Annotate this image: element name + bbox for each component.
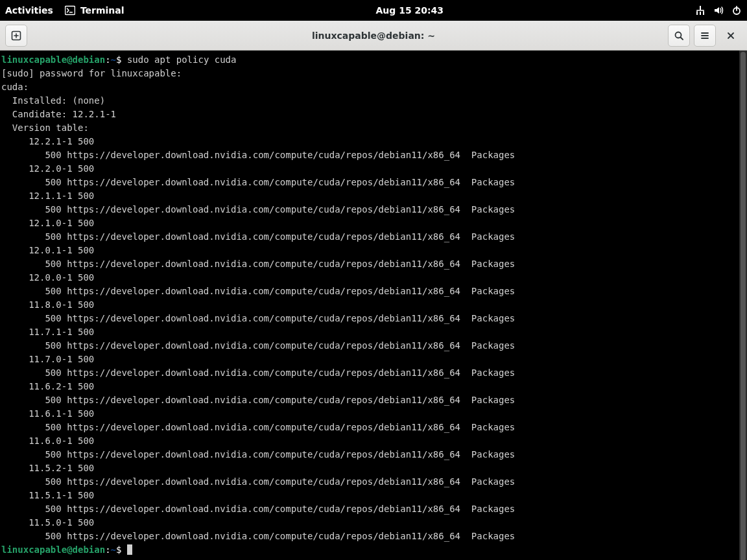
output-line: 12.1.0-1 500 xyxy=(1,216,746,230)
gnome-top-panel: Activities Terminal Aug 15 20:43 xyxy=(0,0,747,21)
scrollbar-thumb[interactable] xyxy=(741,52,746,560)
active-app-name: Terminal xyxy=(80,5,124,16)
terminal-scrollbar[interactable] xyxy=(739,51,747,560)
power-icon xyxy=(731,5,742,16)
output-line: 500 https://developer.download.nvidia.co… xyxy=(1,502,746,516)
svg-rect-5 xyxy=(703,12,704,15)
terminal-icon xyxy=(65,5,75,16)
window-title: linuxcapable@debian: ~ xyxy=(0,30,747,41)
output-line: 500 https://developer.download.nvidia.co… xyxy=(1,475,746,489)
cursor xyxy=(127,544,132,555)
network-icon xyxy=(695,5,706,16)
window-headerbar: linuxcapable@debian: ~ xyxy=(0,21,747,51)
output-line: 500 https://developer.download.nvidia.co… xyxy=(1,312,746,325)
output-line: 500 https://developer.download.nvidia.co… xyxy=(1,257,746,271)
output-line: 12.0.1-1 500 xyxy=(1,244,746,257)
output-line: 11.5.1-1 500 xyxy=(1,489,746,502)
panel-clock[interactable]: Aug 15 20:43 xyxy=(124,5,695,16)
output-line: 500 https://developer.download.nvidia.co… xyxy=(1,421,746,434)
svg-line-14 xyxy=(681,37,683,40)
volume-icon xyxy=(713,5,724,16)
svg-rect-4 xyxy=(696,12,698,15)
output-line: cuda: xyxy=(1,80,746,94)
output-line: 500 https://developer.download.nvidia.co… xyxy=(1,393,746,407)
output-line: 11.5.0-1 500 xyxy=(1,516,746,530)
output-line: 12.1.1-1 500 xyxy=(1,189,746,203)
svg-rect-0 xyxy=(65,6,75,15)
output-line: 11.8.0-1 500 xyxy=(1,298,746,312)
output-line: 11.5.2-1 500 xyxy=(1,461,746,475)
search-button[interactable] xyxy=(668,25,690,47)
output-line: 500 https://developer.download.nvidia.co… xyxy=(1,176,746,189)
svg-rect-6 xyxy=(700,12,701,15)
svg-rect-2 xyxy=(700,6,701,9)
hamburger-menu-button[interactable] xyxy=(694,25,716,47)
output-line: 500 https://developer.download.nvidia.co… xyxy=(1,230,746,244)
prompt-line: linuxcapable@debian:~$ xyxy=(1,543,746,557)
output-line: 11.7.1-1 500 xyxy=(1,325,746,339)
activities-button[interactable]: Activities xyxy=(5,5,53,16)
output-line: 500 https://developer.download.nvidia.co… xyxy=(1,339,746,353)
output-line: 11.6.1-1 500 xyxy=(1,407,746,421)
output-line: 500 https://developer.download.nvidia.co… xyxy=(1,203,746,216)
output-line: 12.2.1-1 500 xyxy=(1,135,746,148)
new-tab-button[interactable] xyxy=(5,25,27,47)
output-line: Installed: (none) xyxy=(1,94,746,108)
output-line: Candidate: 12.2.1-1 xyxy=(1,108,746,121)
output-line: 11.7.0-1 500 xyxy=(1,353,746,366)
output-line: 11.6.2-1 500 xyxy=(1,380,746,393)
terminal-viewport[interactable]: linuxcapable@debian:~$ sudo apt policy c… xyxy=(0,51,747,560)
output-line: 500 https://developer.download.nvidia.co… xyxy=(1,285,746,298)
output-line: Version table: xyxy=(1,121,746,135)
output-line: 11.6.0-1 500 xyxy=(1,434,746,448)
close-window-button[interactable] xyxy=(720,25,742,47)
output-line: 500 https://developer.download.nvidia.co… xyxy=(1,366,746,380)
output-line: 500 https://developer.download.nvidia.co… xyxy=(1,530,746,543)
system-status-area[interactable] xyxy=(695,5,742,16)
output-line: 12.2.0-1 500 xyxy=(1,162,746,176)
output-line: 500 https://developer.download.nvidia.co… xyxy=(1,448,746,461)
output-line: 500 https://developer.download.nvidia.co… xyxy=(1,148,746,162)
output-line: [sudo] password for linuxcapable: xyxy=(1,67,746,80)
active-app-indicator[interactable]: Terminal xyxy=(65,5,124,16)
output-line: 12.0.0-1 500 xyxy=(1,271,746,285)
prompt-line: linuxcapable@debian:~$ sudo apt policy c… xyxy=(1,53,746,67)
